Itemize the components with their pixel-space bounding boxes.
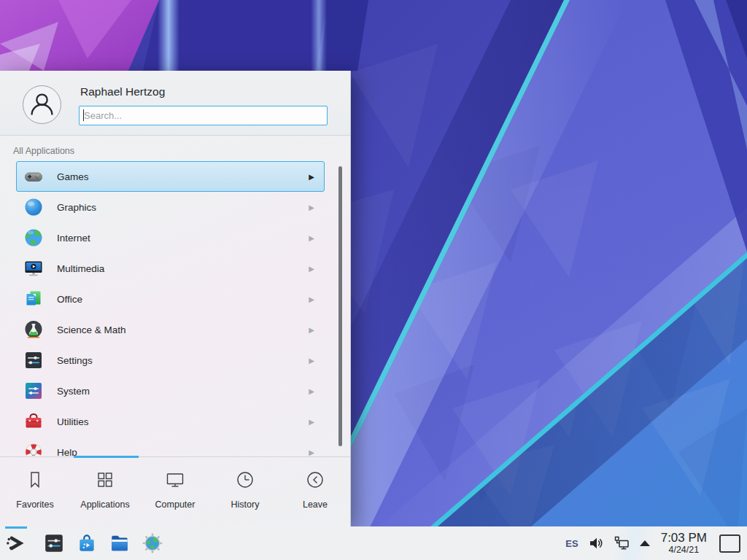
active-tab-indicator bbox=[74, 456, 139, 458]
sliders-icon bbox=[23, 350, 44, 370]
gamepad-icon bbox=[23, 166, 44, 187]
keyboard-layout-indicator[interactable]: ES bbox=[565, 538, 578, 549]
tab-leave[interactable]: Leave bbox=[280, 459, 350, 526]
submenu-arrow-icon: ▶ bbox=[309, 173, 314, 181]
launcher-tabbar: Favorites Applications Computer bbox=[0, 459, 350, 526]
submenu-arrow-icon: ▶ bbox=[309, 357, 314, 365]
monitor-play-icon bbox=[23, 258, 44, 279]
category-help[interactable]: Help ▶ bbox=[16, 437, 325, 456]
monitor-icon bbox=[164, 469, 186, 494]
tab-applications[interactable]: Applications bbox=[70, 459, 140, 526]
submenu-arrow-icon: ▶ bbox=[309, 295, 314, 303]
system-icon bbox=[23, 381, 44, 401]
category-games[interactable]: Games ▶ bbox=[16, 161, 325, 192]
category-settings[interactable]: Settings ▶ bbox=[16, 345, 325, 376]
clock-icon bbox=[234, 469, 256, 494]
lifebuoy-icon bbox=[23, 442, 44, 456]
toolbox-icon bbox=[23, 411, 44, 432]
sphere-icon bbox=[23, 197, 44, 217]
documents-icon bbox=[23, 289, 44, 309]
category-multimedia[interactable]: Multimedia ▶ bbox=[16, 253, 325, 284]
user-name: Raphael Hertzog bbox=[80, 85, 165, 98]
category-office[interactable]: Office ▶ bbox=[16, 284, 325, 314]
category-utilities[interactable]: Utilities ▶ bbox=[16, 406, 325, 437]
submenu-arrow-icon: ▶ bbox=[309, 234, 314, 242]
web-browser-icon[interactable] bbox=[142, 532, 163, 554]
category-graphics[interactable]: Graphics ▶ bbox=[16, 192, 325, 222]
digital-clock[interactable]: 7:03 PM 4/24/21 bbox=[661, 532, 707, 555]
bookmark-icon bbox=[24, 469, 46, 494]
section-label: All Applications bbox=[13, 146, 74, 156]
taskbar: ES 7:03 PM 4/24/21 bbox=[0, 526, 747, 560]
tab-computer[interactable]: Computer bbox=[140, 459, 210, 526]
tab-history[interactable]: History bbox=[210, 459, 280, 526]
application-launcher-popup: Raphael Hertzog All Applications Games ▶ bbox=[0, 71, 351, 526]
launcher-header: Raphael Hertzog bbox=[0, 71, 350, 136]
desktop: Raphael Hertzog All Applications Games ▶ bbox=[0, 0, 747, 560]
search-field[interactable] bbox=[79, 106, 328, 125]
leave-icon bbox=[304, 469, 326, 494]
search-input[interactable] bbox=[79, 106, 328, 125]
user-avatar[interactable] bbox=[23, 85, 61, 124]
clock-date: 4/24/21 bbox=[661, 545, 707, 555]
network-icon[interactable] bbox=[614, 535, 630, 551]
tab-favorites[interactable]: Favorites bbox=[0, 459, 70, 526]
submenu-arrow-icon: ▶ bbox=[309, 387, 314, 395]
scrollbar[interactable] bbox=[338, 166, 342, 446]
globe-icon bbox=[23, 228, 44, 248]
file-manager-icon[interactable] bbox=[109, 532, 131, 554]
submenu-arrow-icon: ▶ bbox=[309, 326, 314, 334]
flask-icon bbox=[23, 319, 44, 340]
system-tray: ES 7:03 PM 4/24/21 bbox=[565, 532, 747, 555]
category-list: Games ▶ Graphics ▶ bbox=[16, 161, 325, 456]
submenu-arrow-icon: ▶ bbox=[309, 265, 314, 273]
category-science-math[interactable]: Science & Math ▶ bbox=[16, 314, 325, 345]
text-caret bbox=[83, 109, 84, 121]
clock-time: 7:03 PM bbox=[661, 532, 707, 545]
kde-launcher-icon bbox=[5, 532, 27, 554]
category-internet[interactable]: Internet ▶ bbox=[16, 222, 325, 253]
grid-icon bbox=[94, 469, 116, 494]
submenu-arrow-icon: ▶ bbox=[309, 448, 314, 456]
tabbar-separator bbox=[0, 456, 350, 457]
category-system[interactable]: System ▶ bbox=[16, 376, 325, 406]
tray-expander-arrow-icon[interactable] bbox=[640, 540, 650, 546]
system-settings-icon[interactable] bbox=[43, 532, 65, 554]
discover-icon[interactable] bbox=[76, 532, 98, 554]
submenu-arrow-icon: ▶ bbox=[309, 203, 314, 211]
show-desktop-button[interactable] bbox=[719, 534, 740, 553]
submenu-arrow-icon: ▶ bbox=[309, 418, 314, 426]
application-launcher-button[interactable] bbox=[0, 526, 32, 560]
active-task-indicator bbox=[5, 526, 27, 529]
volume-icon[interactable] bbox=[588, 535, 604, 551]
